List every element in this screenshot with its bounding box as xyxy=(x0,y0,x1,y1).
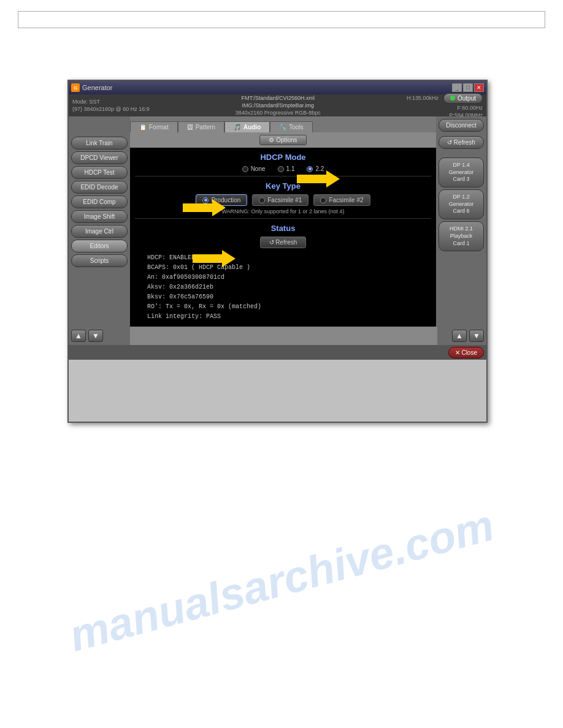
options-panel: ⚙ Options xyxy=(130,132,436,148)
key-facsimile2-label: Facsimile #2 xyxy=(329,197,363,203)
nav-up-left[interactable]: ▲ xyxy=(71,330,86,342)
content-wrapper: Link Train DPCD Viewer HDCP Test EDID De… xyxy=(69,116,486,327)
output-button[interactable]: Output xyxy=(443,93,483,104)
sidebar-item-image-ctrl[interactable]: Image Ctrl xyxy=(71,225,128,238)
status-line-6: Link integrity: PASS xyxy=(147,312,431,322)
hdcp-none-label: None xyxy=(251,165,266,172)
svg-marker-1 xyxy=(183,199,226,216)
key-fac1-radio xyxy=(259,197,265,203)
window-title: Generator xyxy=(82,84,113,91)
maximize-button[interactable]: □ xyxy=(463,83,473,92)
key-fac2-radio xyxy=(320,197,326,203)
warning-text: WARNING: Only supported for 1 or 2 lanes… xyxy=(135,208,431,219)
options-button[interactable]: ⚙ Options xyxy=(259,135,306,145)
tab-format[interactable]: 📋 Format xyxy=(130,121,178,132)
status-line-0: HDCP: ENABLED xyxy=(147,253,431,263)
sidebar-item-edid-decode[interactable]: EDID Decode xyxy=(71,181,128,194)
resolution-label: 3840x2160 Progressive RGB-8bpc xyxy=(236,110,321,116)
refresh-side-button[interactable]: ↺ Refresh xyxy=(439,136,484,149)
output-indicator xyxy=(450,96,455,100)
key-facsimile1-button[interactable]: Facsimile #1 xyxy=(252,194,308,206)
tab-audio[interactable]: 🎵 Audio xyxy=(224,121,270,132)
watermark: manualsarchive.com xyxy=(64,499,499,661)
left-sidebar: Link Train DPCD Viewer HDCP Test EDID De… xyxy=(69,116,130,327)
key-arrow-annotation xyxy=(183,199,226,218)
key-facsimile2-button[interactable]: Facsimile #2 xyxy=(313,194,370,206)
hdcp-none[interactable]: None xyxy=(242,165,266,172)
close-button[interactable]: ✕ xyxy=(474,83,484,92)
sidebar-item-editors[interactable]: Editors xyxy=(71,240,128,252)
card-dp12[interactable]: DP 1.2GeneratorCard 6 xyxy=(439,189,484,219)
hdcp-11-label: 1.1 xyxy=(286,165,295,172)
mode-label: Mode: SST xyxy=(72,99,150,105)
status-line-2: An: 0xaf90503008701cd xyxy=(147,273,431,282)
center-content: 📋 Format 🖼 Pattern 🎵 Audio 🔧 Tools ⚙ Opt… xyxy=(130,116,436,327)
bottom-row: ▲ ▼ ▲ ▼ xyxy=(69,327,486,345)
right-sidebar: Disconnect ↺ Refresh DP 1.4GeneratorCard… xyxy=(436,116,486,327)
fmt-line1: FMT:/Standard/CVI2560H.xml xyxy=(242,95,315,101)
bottom-right-nav: ▲ ▼ xyxy=(437,327,486,345)
v-freq: F:60.00Hz xyxy=(457,105,483,111)
tab-pattern[interactable]: 🖼 Pattern xyxy=(178,121,224,132)
tab-bar: 📋 Format 🖼 Pattern 🎵 Audio 🔧 Tools xyxy=(130,116,436,132)
close-bottom-button[interactable]: ✕ Close xyxy=(448,347,484,358)
main-content: HDCP Mode None 1.1 2.2 xyxy=(130,148,436,327)
status-line-4: Bksv: 0x76c5a76590 xyxy=(147,292,431,302)
sidebar-item-edid-comp[interactable]: EDID Comp xyxy=(71,195,128,208)
hdcp-none-radio[interactable] xyxy=(242,166,248,172)
disconnect-button[interactable]: Disconnect xyxy=(439,119,484,132)
nav-up-right[interactable]: ▲ xyxy=(452,330,467,342)
h-freq: H:135.00kHz xyxy=(407,95,439,101)
nav-down-right[interactable]: ▼ xyxy=(469,330,484,342)
close-bar: ✕ Close xyxy=(69,345,486,360)
key-facsimile1-label: Facsimile #1 xyxy=(267,197,302,203)
title-bar-left: G Generator xyxy=(71,83,113,92)
sidebar-item-dpcd-viewer[interactable]: DPCD Viewer xyxy=(71,151,128,164)
status-arrow-annotation xyxy=(193,250,236,268)
status-data: HDCP: ENABLED BCAPS: 0x01 ( HDCP Capable… xyxy=(135,253,431,322)
app-icon: G xyxy=(71,83,80,92)
tab-tools[interactable]: 🔧 Tools xyxy=(270,121,312,132)
sidebar-item-link-train[interactable]: Link Train xyxy=(71,137,128,150)
svg-marker-2 xyxy=(193,250,236,267)
key-type-row: Production Facsimile #1 Facsimile #2 xyxy=(135,194,431,206)
hdcp-radio-group: None 1.1 2.2 xyxy=(135,165,431,176)
sidebar-item-image-shift[interactable]: Image Shift xyxy=(71,210,128,223)
card-dp14[interactable]: DP 1.4GeneratorCard 3 xyxy=(439,157,484,188)
key-type-title: Key Type xyxy=(135,181,431,191)
bottom-center xyxy=(130,327,437,345)
output-label: Output xyxy=(458,95,476,102)
hdcp-arrow-annotation xyxy=(297,170,340,189)
svg-marker-0 xyxy=(297,170,340,188)
title-controls: _ □ ✕ xyxy=(452,83,484,92)
status-line-1: BCAPS: 0x01 ( HDCP Capable ) xyxy=(147,263,431,273)
sidebar-item-scripts[interactable]: Scripts xyxy=(71,254,128,267)
fmt-line2: IMG:/Standard/SmpteBar.img xyxy=(242,102,315,108)
hdcp-11-radio[interactable] xyxy=(278,166,284,172)
bottom-left-nav: ▲ ▼ xyxy=(69,327,130,345)
res-detail-label: (97) 3840x2160p @ 60 Hz 16:9 xyxy=(72,106,150,112)
status-line-5: RO': Tx = 0x, Rx = 0x (matched) xyxy=(147,302,431,312)
hdcp-mode-title: HDCP Mode xyxy=(135,153,431,162)
hdcp-11[interactable]: 1.1 xyxy=(278,165,295,172)
minimize-button[interactable]: _ xyxy=(452,83,462,92)
status-title: Status xyxy=(135,224,431,233)
card-hdmi21[interactable]: HDMI 2.1PlaybackCard 1 xyxy=(439,221,484,251)
info-bar: Mode: SST (97) 3840x2160p @ 60 Hz 16:9 F… xyxy=(69,94,486,116)
top-input-bar xyxy=(18,11,545,28)
app-window: G Generator _ □ ✕ Mode: SST (97) 3840x21… xyxy=(67,80,488,423)
refresh-button[interactable]: ↺ Refresh xyxy=(260,237,307,248)
status-line-3: Aksv: 0x2a366d21eb xyxy=(147,282,431,292)
sidebar-item-hdcp-test[interactable]: HDCP Test xyxy=(71,166,128,179)
nav-down-left[interactable]: ▼ xyxy=(88,330,103,342)
